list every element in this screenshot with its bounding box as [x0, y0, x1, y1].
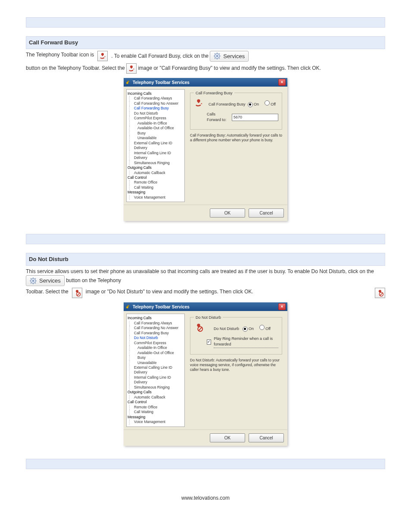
tree-cfb[interactable]: Call Forwarding Busy — [129, 106, 184, 111]
header-strip — [26, 17, 385, 28]
settings-pane-cfb: Call Forwarding Busy Call Forwarding Bus… — [187, 89, 285, 202]
section-copy-dnd: This service allows users to set their p… — [26, 268, 385, 299]
dialog-titlebar-2: Telephony Toolbar Services × — [124, 302, 287, 311]
dnd-radio-off[interactable] — [259, 325, 265, 330]
services-tree[interactable]: Incoming Calls Call Forwarding Always Ca… — [126, 89, 185, 202]
dialog-title: Telephony Toolbar Services — [133, 79, 190, 86]
settings-pane-dnd: Do Not Disturb Do Not Disturb On Of — [187, 314, 285, 426]
page: Call Forward Busy The Telephony Toolbar … — [0, 0, 411, 527]
dnd-radio-on[interactable] — [243, 327, 248, 332]
dnd-ring-reminder-chk[interactable] — [207, 339, 211, 345]
dialog-titlebar: Telephony Toolbar Services × — [124, 78, 287, 87]
section-title-cfb: Call Forward Busy — [26, 36, 385, 49]
cfb-desc: Call Forwarding Busy: Automatically forw… — [190, 133, 282, 143]
services-button-2[interactable]: Services — [26, 275, 65, 286]
dialog-cfb: Telephony Toolbar Services × Incoming Ca… — [124, 78, 287, 221]
dnd-desc: Do Not Disturb: Automatically forward yo… — [190, 358, 282, 372]
section-cfb: Call Forward Busy The Telephony Toolbar … — [26, 36, 385, 221]
services-button[interactable]: Services — [210, 51, 249, 62]
cfb-radio-on[interactable] — [248, 102, 253, 107]
close-icon-2[interactable]: × — [278, 303, 286, 310]
cancel-button-2[interactable]: Cancel — [249, 433, 284, 442]
services-tree-2[interactable]: Incoming Calls Call Forwarding Always Ca… — [126, 314, 185, 426]
services-button-label: Services — [223, 52, 245, 61]
dialog-dnd: Telephony Toolbar Services × Incoming Ca… — [124, 302, 287, 445]
footer-url: www.telovations.com — [0, 495, 411, 501]
ok-button-2[interactable]: OK — [210, 433, 245, 442]
dnd-right-icon — [375, 288, 385, 298]
section-dnd: Do Not Disturb This service allows users… — [26, 253, 385, 445]
cancel-button[interactable]: Cancel — [249, 208, 284, 218]
cfb-toolbar-icon — [97, 51, 108, 61]
dnd-inline-icon — [72, 288, 82, 298]
cfb-inline-icon — [126, 63, 137, 74]
section-title-dnd: Do Not Disturb — [26, 253, 385, 266]
separator-strip-2 — [26, 459, 385, 469]
close-icon[interactable]: × — [278, 79, 286, 86]
dnd-ring-reminder-label: Play Ring Reminder when a call is forwar… — [214, 336, 278, 348]
cfb-panel-icon — [194, 98, 203, 110]
cfb-radio-off[interactable] — [265, 100, 270, 106]
section-copy-cfb: The Telephony Toolbar icon is . To enabl… — [26, 51, 385, 74]
fwdto-label: Calls Forward to: — [207, 112, 229, 123]
dnd-panel-icon — [194, 323, 203, 334]
tree-dnd[interactable]: Do Not Disturb — [129, 336, 184, 340]
fieldset-legend: Call Forwarding Busy — [194, 90, 234, 96]
ok-button[interactable]: OK — [210, 208, 245, 218]
separator-strip-1 — [26, 234, 385, 244]
fwdto-input[interactable]: 5670 — [232, 114, 278, 121]
